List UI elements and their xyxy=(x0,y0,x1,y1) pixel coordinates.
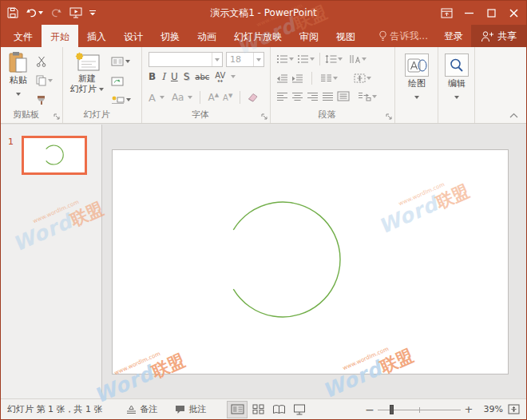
bullets-icon xyxy=(276,54,288,64)
character-spacing-dropdown-icon xyxy=(231,75,236,78)
zoom-slider-handle[interactable] xyxy=(390,405,394,414)
sign-in-button[interactable]: 登录 xyxy=(436,25,471,47)
convert-smartart-button[interactable] xyxy=(358,91,377,101)
italic-button[interactable]: I xyxy=(161,71,165,82)
layout-dropdown-icon xyxy=(125,60,130,63)
slideshow-view-button[interactable] xyxy=(289,401,310,418)
font-size-combo[interactable]: 18 xyxy=(226,52,264,67)
align-text-button[interactable] xyxy=(354,73,371,83)
dialog-launcher-icon xyxy=(261,113,267,120)
slide-editing-area[interactable] xyxy=(112,149,509,374)
notes-icon xyxy=(126,405,137,414)
draw-button[interactable]: 绘图 xyxy=(395,53,438,104)
slide-sorter-button[interactable] xyxy=(248,401,268,418)
align-right-icon[interactable] xyxy=(307,92,319,101)
strikethrough-button[interactable]: abc xyxy=(195,73,209,81)
zoom-slider[interactable] xyxy=(378,404,461,415)
columns-button[interactable] xyxy=(320,73,338,83)
tab-view[interactable]: 视图 xyxy=(327,25,364,47)
font-name-dropdown-icon xyxy=(215,58,220,61)
bold-button[interactable]: B xyxy=(149,71,156,82)
paste-dropdown-icon xyxy=(16,93,21,96)
tab-file[interactable]: 文件 xyxy=(5,25,42,47)
share-button[interactable]: 共享 xyxy=(471,25,526,47)
align-left-icon[interactable] xyxy=(276,92,288,101)
tab-review[interactable]: 审阅 xyxy=(291,25,327,47)
paste-button[interactable]: 粘贴 xyxy=(6,51,31,101)
maximize-button[interactable] xyxy=(480,1,502,25)
zoom-level[interactable]: 39% xyxy=(477,404,503,414)
reading-view-button[interactable] xyxy=(268,401,289,418)
numbering-button[interactable] xyxy=(297,54,315,64)
tab-design[interactable]: 设计 xyxy=(115,25,152,47)
increase-indent-button[interactable] xyxy=(291,73,303,83)
tab-transitions[interactable]: 切换 xyxy=(152,25,188,47)
draw-dropdown-icon xyxy=(414,96,419,99)
copy-button[interactable] xyxy=(36,71,53,90)
find-magnifier-icon xyxy=(448,57,466,74)
font-name-combo[interactable] xyxy=(149,52,223,67)
comments-button[interactable]: 批注 xyxy=(175,403,206,415)
new-slide-button[interactable]: 新建 幻灯片 xyxy=(69,51,105,94)
editing-button[interactable]: 编辑 xyxy=(438,53,475,104)
close-button[interactable] xyxy=(502,1,525,25)
character-spacing-button[interactable]: AV↔ xyxy=(215,71,225,82)
slide-thumbnail[interactable] xyxy=(22,136,87,175)
line-spacing-button[interactable] xyxy=(325,54,343,64)
ribbon-display-options-button[interactable] xyxy=(435,1,458,25)
fit-to-window-button[interactable] xyxy=(508,404,520,414)
dialog-launcher-icon xyxy=(53,113,60,120)
cut-icon xyxy=(36,56,47,67)
notes-button[interactable]: 备注 xyxy=(126,403,157,415)
decrease-font-size-button[interactable]: A▼ xyxy=(223,93,232,102)
slides-group: 新建 幻灯片 幻灯片 xyxy=(63,47,142,123)
star-glyph xyxy=(76,53,84,61)
share-person-icon xyxy=(481,30,493,42)
zoom-in-button[interactable]: + xyxy=(463,403,474,415)
reset-button[interactable] xyxy=(111,71,131,90)
columns-icon xyxy=(320,73,332,83)
font-dialog-launcher[interactable] xyxy=(261,113,267,120)
increase-font-size-button[interactable]: A▲ xyxy=(208,92,219,103)
decrease-indent-button[interactable] xyxy=(276,73,288,83)
text-shadow-button[interactable]: S xyxy=(184,71,190,82)
layout-icon xyxy=(111,57,124,66)
decrease-indent-icon xyxy=(276,73,288,83)
clear-formatting-icon[interactable] xyxy=(248,93,259,102)
bullets-button[interactable] xyxy=(276,54,294,64)
tab-animations[interactable]: 动画 xyxy=(188,25,225,47)
section-icon xyxy=(111,95,125,105)
bullets-dropdown-icon xyxy=(289,57,294,61)
tell-me-button[interactable]: 告诉我... xyxy=(370,25,436,47)
tab-home[interactable]: 开始 xyxy=(42,25,78,47)
layout-button[interactable] xyxy=(111,52,131,71)
zoom-out-button[interactable]: − xyxy=(364,403,375,416)
cut-button[interactable] xyxy=(36,52,53,71)
format-painter-icon xyxy=(36,95,46,105)
maximize-icon xyxy=(487,9,496,18)
format-painter-button[interactable] xyxy=(36,90,53,109)
tab-slideshow[interactable]: 幻灯片放映 xyxy=(225,25,291,47)
ribbon-display-options-icon xyxy=(441,8,453,18)
underline-button[interactable]: U xyxy=(171,71,178,82)
slide-canvas[interactable] xyxy=(103,125,526,398)
align-center-icon[interactable] xyxy=(291,92,303,101)
text-direction-button[interactable] xyxy=(349,54,367,64)
distribute-icon[interactable] xyxy=(337,91,350,101)
clipboard-dialog-launcher[interactable] xyxy=(53,113,60,120)
minimize-button[interactable] xyxy=(458,1,480,25)
normal-view-button[interactable] xyxy=(227,401,248,418)
change-case-button[interactable]: Aa xyxy=(172,92,184,103)
font-color-button[interactable]: A xyxy=(149,92,156,104)
numbering-icon xyxy=(297,54,309,64)
justify-icon[interactable] xyxy=(322,92,334,101)
new-slide-icon xyxy=(74,51,100,72)
normal-view-icon xyxy=(231,404,244,414)
smartart-icon xyxy=(358,91,371,101)
paragraph-dialog-launcher[interactable] xyxy=(386,113,392,120)
clipboard-paste-icon xyxy=(9,51,28,73)
tab-insert[interactable]: 插入 xyxy=(78,25,115,47)
section-button[interactable] xyxy=(111,90,131,109)
collapse-ribbon-button[interactable] xyxy=(509,113,518,118)
new-slide-dropdown-icon xyxy=(99,88,104,91)
